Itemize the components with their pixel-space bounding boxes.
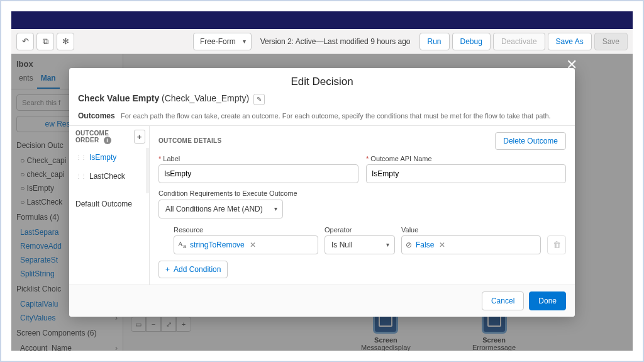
clear-icon[interactable]: ✕ (439, 240, 445, 249)
debug-button[interactable]: Debug (452, 33, 491, 50)
modal-title: Edit Decision (69, 68, 575, 93)
layout-mode-select[interactable]: Free-Form (193, 33, 252, 50)
resource-label: Resource (174, 226, 318, 234)
save-button[interactable]: Save (594, 33, 628, 50)
operator-select[interactable]: Is Null (325, 235, 395, 254)
value-label: Value (401, 226, 541, 234)
condition-row: Resource Aa stringToRemove ✕ Operator Is… (158, 226, 566, 254)
version-text: Version 2: Active—Last modified 9 hours … (254, 37, 417, 46)
resource-input[interactable]: Aa stringToRemove ✕ (174, 235, 318, 254)
run-button[interactable]: Run (419, 33, 450, 50)
done-button[interactable]: Done (529, 291, 566, 310)
copy-button[interactable]: ⧉ (36, 33, 54, 50)
decision-name: Check Value Empty (Check_Value_Empty) (78, 93, 249, 103)
saveas-button[interactable]: Save As (548, 33, 592, 50)
value-input[interactable]: ⊘ False ✕ (401, 235, 541, 254)
cancel-button[interactable]: Cancel (482, 291, 524, 310)
plus-icon: + (165, 265, 170, 274)
outcome-item-lastcheck[interactable]: ⋮⋮LastCheck (69, 167, 146, 186)
outcome-item-isempty[interactable]: ⋮⋮IsEmpty (69, 148, 146, 167)
clear-icon[interactable]: ✕ (250, 240, 256, 249)
condition-requirements-label: Condition Requirements to Execute Outcom… (158, 189, 566, 197)
outcome-item-default[interactable]: Default Outcome (69, 193, 149, 215)
global-constant-icon: ⊘ (406, 240, 412, 249)
deactivate-button: Deactivate (493, 33, 545, 50)
drag-handle-icon[interactable]: ⋮⋮ (75, 154, 86, 161)
edit-decision-modal: Edit Decision Check Value Empty (Check_V… (69, 68, 575, 317)
formula-type-icon: Aa (178, 240, 186, 249)
info-icon[interactable]: i (104, 137, 111, 144)
builder-toolbar: ↶ ⧉ ✻ Free-Form Version 2: Active—Last m… (11, 29, 633, 54)
outcome-order-panel: OUTCOME ORDER i + ⋮⋮IsEmpty ⋮⋮LastCheck … (69, 126, 150, 285)
drag-handle-icon[interactable]: ⋮⋮ (75, 173, 86, 179)
api-name-label: Outcome API Name (366, 155, 566, 162)
outcome-details-panel: OUTCOME DETAILS Delete Outcome Label Out… (150, 126, 575, 285)
label-field-label: Label (158, 155, 358, 162)
add-condition-button[interactable]: +Add Condition (158, 261, 228, 278)
outcome-label-input[interactable] (158, 164, 358, 183)
add-outcome-button[interactable]: + (134, 130, 145, 144)
outcome-details-label: OUTCOME DETAILS (158, 137, 221, 144)
outcomes-help: For each path the flow can take, create … (121, 112, 551, 120)
delete-condition-button: 🗑 (547, 235, 566, 254)
undo-button[interactable]: ↶ (16, 33, 34, 50)
settings-button[interactable]: ✻ (57, 33, 74, 50)
operator-label: Operator (325, 226, 395, 234)
delete-outcome-button[interactable]: Delete Outcome (495, 132, 566, 150)
global-nav (11, 11, 633, 29)
condition-requirements-select[interactable]: All Conditions Are Met (AND) (158, 200, 283, 218)
edit-pencil-icon[interactable]: ✎ (253, 94, 265, 105)
outcome-api-input[interactable] (366, 164, 566, 183)
outcomes-heading: Outcomes (78, 111, 115, 120)
